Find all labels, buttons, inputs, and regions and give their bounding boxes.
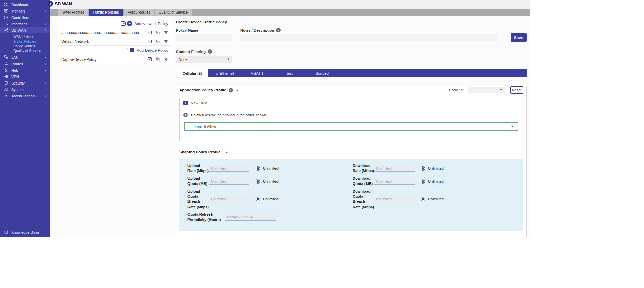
sidebar-item-routes[interactable]: Routes [0, 61, 50, 67]
name-notes-row: Policy Name Notes / Description i Save [176, 28, 527, 41]
sidebar-item-label: Interfaces [11, 22, 41, 26]
copy-icon[interactable] [156, 39, 160, 44]
upload-breach-rate-row: Upload Quota Breach Rate (Mbps) Unlimite… [187, 189, 353, 210]
sidebar-item-system[interactable]: System [0, 86, 50, 93]
chevron-left-icon [49, 2, 52, 6]
edit-icon[interactable] [148, 39, 152, 44]
sidebar-subitem-quality-of-service[interactable]: Quality of Service [0, 48, 50, 53]
row-actions [148, 57, 168, 62]
sidebar-subitem-traffic-policies[interactable]: Traffic Policies [0, 39, 50, 44]
sidebar-item-controllers[interactable]: Controllers [0, 14, 50, 21]
sidebar-item-lan[interactable]: LAN [0, 54, 50, 61]
tab-traffic-policies[interactable]: Traffic Policies [89, 9, 123, 16]
quota-refresh-label: Quota Refresh Periodicity (Hours) [187, 212, 225, 222]
interface-tab-vsat1[interactable]: VSAT 1 [241, 69, 273, 77]
add-network-policy-button[interactable]: Add Network Policy [134, 22, 168, 26]
upload-breach-rate-input[interactable] [209, 196, 249, 202]
sidebar-item-sdwan[interactable]: SD-WAN [0, 27, 50, 33]
policy-name-input[interactable] [176, 34, 232, 41]
download-breach-rate-label: Download Quota Breach Rate (Mbps) [353, 189, 374, 210]
content-filtering-label-row: Content Filtering i [176, 49, 527, 54]
row-actions [148, 39, 168, 44]
delete-icon[interactable] [164, 57, 168, 62]
implicit-allow-rule[interactable]: Implicit Allow ▼ [184, 122, 518, 131]
content-filtering-select[interactable]: None ▼ [176, 56, 232, 63]
radio-label: Unlimited [428, 166, 444, 170]
download-column: Download Rate (Mbps) Unlimited Download … [353, 163, 518, 225]
tab-quality-of-service[interactable]: Quality of Service [155, 9, 192, 16]
upload-quota-label: Upload Quota (MB) [187, 176, 209, 187]
add-icon[interactable]: + [183, 101, 188, 105]
quota-refresh-input[interactable] [225, 214, 276, 221]
knowledge-base-link[interactable]: Knowledge Base [0, 229, 50, 235]
unlimited-radio[interactable] [421, 179, 425, 184]
upload-rate-input[interactable] [209, 165, 249, 172]
sidebar-subitem-policy-routes[interactable]: Policy Routes [0, 44, 50, 48]
unlimited-radio[interactable] [256, 166, 260, 171]
sidebar-item-interfaces[interactable]: Interfaces [0, 21, 50, 27]
chevron-down-icon: ▼ [499, 89, 502, 91]
new-rule-button[interactable]: New Rule [191, 101, 207, 105]
save-button[interactable]: Save [511, 33, 527, 42]
delete-icon[interactable] [164, 30, 168, 35]
unlimited-radio[interactable] [421, 197, 425, 201]
sidebar-item-monitors[interactable]: Monitors [0, 8, 50, 14]
device-policy-row[interactable]: CaptiveDevicePolicy [57, 55, 172, 64]
network-policy-row[interactable]: Default Network [57, 37, 172, 46]
chevron-down-icon: ▼ [227, 58, 230, 61]
edit-icon[interactable] [148, 30, 152, 35]
upload-quota-input[interactable] [209, 178, 249, 185]
sidebar-item-hub[interactable]: Hub [0, 67, 50, 73]
download-breach-rate-input[interactable] [374, 196, 415, 202]
info-icon[interactable]: i [229, 88, 233, 92]
unlimited-radio[interactable] [256, 197, 260, 201]
unlimited-radio[interactable] [421, 166, 425, 171]
sidebar-item-security[interactable]: Security [0, 80, 50, 86]
unlimited-radio[interactable] [256, 179, 260, 184]
collapse-device-policies-icon[interactable]: − [124, 48, 128, 52]
sidebar-subitem-wan-profiles[interactable]: WAN Profiles [0, 34, 50, 39]
chevron-down-icon [44, 94, 47, 97]
notes-input[interactable] [240, 34, 497, 41]
add-device-policy-button[interactable]: Add Device Policy [137, 48, 168, 52]
rule-value: Implicit Allow [195, 125, 216, 129]
network-policy-row[interactable]: aaaaaaaaaaaaaaaaaaaaaaaaaaaaaaaaaaaaaaa.… [57, 28, 172, 37]
copy-to-select[interactable]: ▼ [468, 87, 505, 93]
reset-button[interactable]: Reset [510, 86, 523, 94]
interface-tab-cellular[interactable]: Cellular (2) [176, 69, 208, 77]
download-quota-input[interactable] [374, 178, 415, 185]
collapse-section-icon[interactable]: ▲ [236, 89, 239, 92]
upload-breach-rate-label: Upload Quota Breach Rate (Mbps) [187, 189, 209, 210]
collapse-network-policies-icon[interactable]: − [121, 21, 126, 26]
sidebar-item-vpn[interactable]: VPN [0, 73, 50, 80]
add-icon[interactable]: + [130, 48, 134, 52]
sidebar-item-tools-diagnostics[interactable]: Tools/Diagnos... [0, 93, 50, 99]
policy-list-panel: − + Add Network Policy aaaaaaaaaaaaaaaaa… [57, 19, 172, 64]
collapse-section-icon[interactable]: ▲ [225, 151, 228, 154]
device-policy-actions: − + Add Device Policy [57, 46, 172, 55]
copy-icon[interactable] [156, 57, 160, 62]
download-rate-input[interactable] [374, 165, 415, 172]
interface-tab-bonded[interactable]: Bonded [306, 69, 338, 77]
sidebar-collapse-button[interactable] [47, 1, 53, 7]
info-icon[interactable]: i [276, 28, 281, 32]
chevron-down-icon [44, 81, 47, 85]
sdwan-icon [4, 28, 8, 32]
interface-tab-u-ethernet[interactable]: u_Ethernet [208, 69, 241, 77]
sidebar-item-dashboard[interactable]: Dashboard [0, 1, 50, 8]
shaping-policy-title: Shaping Policy Profile [179, 150, 220, 154]
delete-icon[interactable] [164, 39, 168, 44]
sidebar-item-label: Tools/Diagnos... [11, 94, 41, 98]
tab-wan-profiles[interactable]: WAN Profiles [58, 9, 88, 16]
routes-icon [4, 62, 8, 66]
add-icon[interactable]: + [127, 21, 132, 26]
edit-icon[interactable] [148, 57, 152, 62]
info-icon[interactable]: i [208, 49, 212, 54]
tab-policy-routes[interactable]: Policy Routes [124, 9, 154, 16]
sidebar-item-label: VPN [11, 75, 41, 79]
sidebar-item-label: Dashboard [11, 3, 41, 7]
controllers-icon [4, 15, 8, 20]
interface-tab-test[interactable]: test [273, 69, 306, 77]
sidebar-item-label: LAN [11, 55, 41, 59]
copy-icon[interactable] [156, 30, 160, 35]
